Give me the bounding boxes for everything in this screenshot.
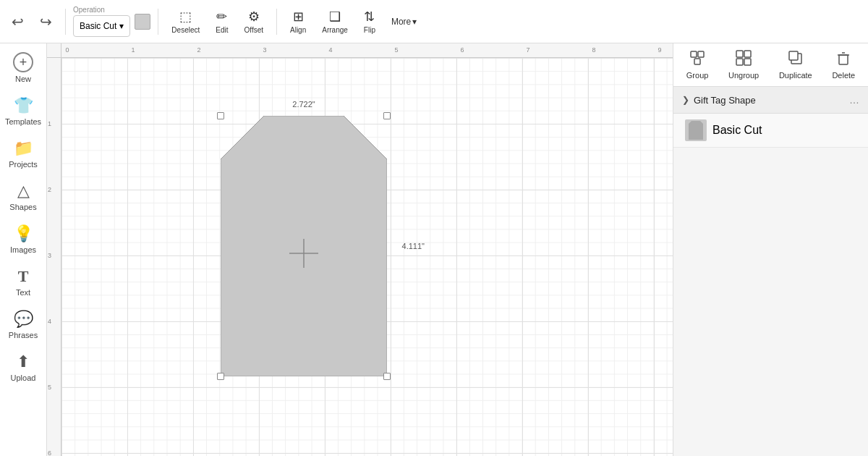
delete-label: Delete bbox=[832, 71, 855, 80]
redo-button[interactable]: ↪ bbox=[34, 10, 58, 33]
ruler-h-tick-9: 9 bbox=[658, 46, 661, 54]
sidebar-item-text[interactable]: T Text bbox=[1, 261, 45, 303]
handle-top-right[interactable] bbox=[383, 112, 391, 119]
divider-1 bbox=[65, 9, 66, 35]
canvas-grid[interactable]: 2.722" 4.111" bbox=[61, 58, 673, 456]
svg-rect-11 bbox=[789, 51, 798, 60]
svg-rect-3 bbox=[691, 51, 697, 57]
handle-bottom-right[interactable] bbox=[383, 373, 391, 380]
layer-thumbnail bbox=[685, 119, 707, 141]
sidebar-item-templates[interactable]: 👕 Templates bbox=[1, 90, 45, 132]
templates-icon: 👕 bbox=[14, 96, 33, 115]
redo-icon: ↪ bbox=[40, 13, 52, 30]
offset-icon: ⚙ bbox=[248, 9, 260, 25]
ruler-v-tick-6: 6 bbox=[48, 449, 51, 456]
operation-group: Operation Basic Cut ▾ bbox=[73, 6, 130, 37]
sidebar-item-phrases[interactable]: 💬 Phrases bbox=[1, 304, 45, 345]
collapse-chevron-icon: ❯ bbox=[682, 95, 689, 105]
group-label: Group bbox=[686, 71, 709, 80]
offset-label: Offset bbox=[244, 26, 264, 34]
edit-button[interactable]: ✏ Edit bbox=[210, 6, 234, 37]
shape-container[interactable]: 2.722" 4.111" bbox=[221, 116, 387, 376]
svg-rect-5 bbox=[694, 59, 700, 64]
ruler-h-tick-1: 1 bbox=[131, 46, 135, 54]
right-panel-toolbar: Group Ungroup bbox=[673, 43, 868, 87]
svg-rect-12 bbox=[839, 55, 848, 64]
layers-panel: ❯ Gift Tag Shape … Basic Cut bbox=[673, 87, 868, 148]
projects-icon: 📁 bbox=[14, 139, 33, 158]
ruler-h-tick-2: 2 bbox=[197, 46, 200, 54]
ruler-v-tick-2: 2 bbox=[48, 186, 51, 193]
right-panel: Group Ungroup bbox=[673, 43, 868, 456]
svg-rect-9 bbox=[744, 59, 751, 65]
arrange-icon: ❑ bbox=[329, 9, 341, 25]
layer-group-header[interactable]: ❯ Gift Tag Shape … bbox=[673, 87, 868, 114]
sidebar-item-label-projects: Projects bbox=[9, 160, 38, 169]
ruler-h-tick-0: 0 bbox=[65, 46, 69, 54]
group-icon bbox=[689, 50, 705, 69]
handle-top-left[interactable] bbox=[217, 112, 224, 119]
canvas-area[interactable]: 0 1 2 3 4 5 6 7 8 9 1 2 3 4 5 6 2.722" bbox=[47, 43, 673, 456]
sidebar-item-shapes[interactable]: △ Shapes bbox=[1, 176, 45, 217]
align-label: Align bbox=[290, 26, 306, 34]
ruler-h-tick-8: 8 bbox=[592, 46, 595, 54]
ruler-v-tick-1: 1 bbox=[48, 120, 51, 127]
color-swatch[interactable] bbox=[135, 14, 150, 30]
more-chevron-icon: ▾ bbox=[412, 17, 417, 27]
undo-icon: ↩ bbox=[12, 13, 24, 30]
undo-button[interactable]: ↩ bbox=[6, 10, 30, 33]
align-icon: ⊞ bbox=[293, 9, 304, 25]
gift-tag-svg bbox=[221, 116, 387, 376]
ruler-corner bbox=[47, 43, 61, 58]
flip-button[interactable]: ⇅ Flip bbox=[358, 6, 381, 37]
flip-label: Flip bbox=[364, 26, 375, 34]
layer-item[interactable]: Basic Cut bbox=[673, 114, 868, 148]
operation-value: Basic Cut bbox=[80, 21, 116, 31]
upload-icon: ⬆ bbox=[17, 352, 30, 371]
offset-button[interactable]: ⚙ Offset bbox=[239, 6, 270, 37]
ruler-v-tick-3: 3 bbox=[48, 252, 51, 259]
ruler-horizontal: 0 1 2 3 4 5 6 7 8 9 bbox=[61, 43, 673, 58]
sidebar-item-label-text: Text bbox=[16, 288, 30, 297]
sidebar-item-upload[interactable]: ⬆ Upload bbox=[1, 347, 45, 388]
layer-group-title: Gift Tag Shape bbox=[694, 95, 845, 106]
svg-rect-6 bbox=[736, 51, 743, 57]
delete-icon bbox=[835, 50, 851, 69]
ruler-h-tick-6: 6 bbox=[460, 46, 464, 54]
operation-dropdown[interactable]: Basic Cut ▾ bbox=[73, 15, 130, 37]
ruler-vertical: 1 2 3 4 5 6 bbox=[47, 58, 61, 456]
sidebar-item-label-upload: Upload bbox=[11, 373, 36, 382]
ruler-v-tick-4: 4 bbox=[48, 318, 51, 325]
shape-width-label: 2.722" bbox=[292, 100, 315, 109]
flip-icon: ⇅ bbox=[364, 9, 375, 25]
sidebar-item-label-phrases: Phrases bbox=[9, 331, 38, 339]
operation-chevron-icon: ▾ bbox=[119, 21, 124, 31]
sidebar-item-new[interactable]: + New bbox=[1, 46, 45, 89]
duplicate-label: Duplicate bbox=[779, 71, 812, 80]
arrange-button[interactable]: ❑ Arrange bbox=[316, 6, 354, 37]
ruler-v-tick-5: 5 bbox=[48, 384, 51, 391]
svg-rect-7 bbox=[744, 51, 751, 57]
group-button[interactable]: Group bbox=[681, 47, 715, 83]
sidebar-item-label-shapes: Shapes bbox=[9, 203, 36, 211]
ruler-h-tick-7: 7 bbox=[526, 46, 529, 54]
main-area: + New 👕 Templates 📁 Projects △ Shapes 💡 … bbox=[0, 43, 868, 456]
operation-label: Operation bbox=[73, 6, 105, 14]
delete-button[interactable]: Delete bbox=[826, 47, 861, 83]
more-button[interactable]: More ▾ bbox=[386, 14, 422, 30]
align-button[interactable]: ⊞ Align bbox=[284, 6, 312, 37]
sidebar-item-label-templates: Templates bbox=[5, 117, 41, 126]
duplicate-button[interactable]: Duplicate bbox=[773, 47, 818, 83]
deselect-label: Deselect bbox=[171, 26, 200, 34]
edit-label: Edit bbox=[216, 26, 228, 34]
layer-options-icon: … bbox=[849, 94, 859, 106]
deselect-button[interactable]: ⬚ Deselect bbox=[166, 6, 205, 37]
svg-rect-4 bbox=[698, 51, 704, 57]
handle-bottom-left[interactable] bbox=[217, 373, 224, 380]
sidebar-item-projects[interactable]: 📁 Projects bbox=[1, 133, 45, 174]
ungroup-label: Ungroup bbox=[728, 71, 759, 80]
ungroup-button[interactable]: Ungroup bbox=[723, 47, 765, 83]
edit-icon: ✏ bbox=[216, 9, 227, 25]
sidebar-item-images[interactable]: 💡 Images bbox=[1, 219, 45, 260]
text-icon: T bbox=[18, 267, 29, 286]
